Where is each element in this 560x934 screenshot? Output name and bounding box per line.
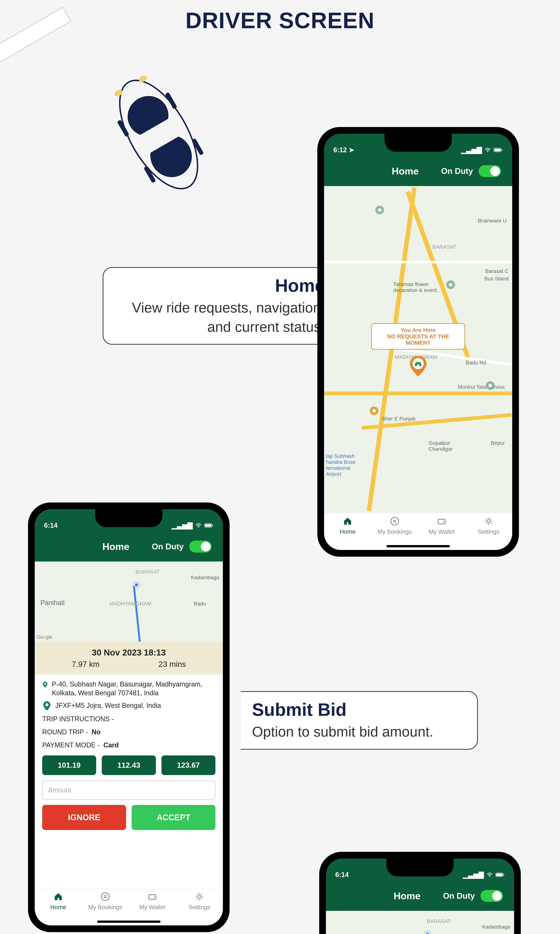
map-label: Bus Stand — [485, 276, 508, 282]
tab-label: Home — [340, 528, 355, 535]
pin-icon — [42, 680, 48, 689]
tab-wallet[interactable]: My Wallet — [418, 516, 465, 550]
tab-bookings[interactable]: My Bookings — [82, 891, 129, 925]
app-header: Home On Duty — [326, 881, 514, 911]
phone-notch — [386, 858, 454, 877]
svg-point-20 — [488, 151, 488, 152]
map-view[interactable]: Brainware U BARASAT Barasat C Bus Stand … — [324, 186, 512, 513]
tab-label: My Wallet — [139, 904, 165, 911]
round-trip-value: No — [92, 728, 101, 736]
payment-mode-label: PAYMENT MODE - — [42, 741, 100, 749]
svg-rect-42 — [205, 524, 211, 527]
pin-icon — [42, 701, 52, 711]
svg-rect-52 — [496, 874, 503, 876]
callout-home: Home View ride requests, navigation, and… — [103, 267, 336, 345]
bookings-icon — [389, 516, 400, 526]
map-view[interactable]: BARASAT Kadambaga Panihati MADHYAMGRAM B… — [326, 911, 514, 934]
callout-desc: View ride requests, navigation, and curr… — [115, 298, 325, 336]
wallet-icon — [437, 516, 447, 526]
map-label: BARASAT — [135, 569, 160, 575]
tab-label: My Wallet — [429, 528, 455, 535]
car-illustration — [93, 60, 225, 209]
route-line — [133, 586, 140, 642]
phone-home: 6:12 ➤ ▁▃▅▇ Home On Duty — [317, 127, 519, 557]
svg-rect-23 — [494, 149, 501, 151]
bid-chip[interactable]: 112.43 — [102, 755, 156, 775]
you-here-line2: NO REQUESTS AT THE MOMENT — [378, 333, 458, 346]
bookings-icon — [100, 891, 111, 902]
tab-bar: Home My Bookings My Wallet Settings — [35, 888, 223, 925]
duty-toggle[interactable] — [478, 165, 501, 177]
tab-wallet[interactable]: My Wallet — [129, 891, 176, 925]
svg-point-49 — [489, 876, 490, 877]
svg-point-47 — [154, 897, 155, 898]
trip-duration: 23 mins — [158, 660, 186, 669]
screen-title: Home — [102, 541, 129, 552]
svg-point-48 — [198, 895, 201, 898]
tab-settings[interactable]: Settings — [176, 891, 223, 925]
signal-icon: ▁▃▅▇ — [172, 521, 192, 529]
svg-point-29 — [489, 384, 492, 387]
status-time: 6:14 — [335, 871, 349, 879]
home-indicator[interactable] — [386, 545, 450, 547]
you-here-line1: You Are Here — [378, 327, 458, 333]
round-trip-label: ROUND TRIP - — [42, 728, 88, 736]
callout-desc: Option to submit bid amount. — [252, 722, 466, 741]
svg-point-38 — [487, 520, 490, 523]
settings-icon — [194, 891, 205, 902]
tab-label: Home — [50, 904, 66, 911]
duty-label: On Duty — [443, 891, 475, 900]
duty-toggle[interactable] — [480, 890, 503, 902]
status-time: 6:14 — [44, 521, 57, 529]
wifi-icon — [195, 521, 201, 529]
svg-point-35 — [391, 517, 398, 525]
map-label: Kadambaga — [482, 924, 510, 930]
svg-point-45 — [102, 893, 109, 900]
map-label: Panihati — [40, 599, 65, 607]
map-label: Sher E Punjab — [382, 416, 416, 422]
svg-rect-41 — [212, 525, 213, 526]
svg-rect-51 — [503, 874, 504, 875]
svg-point-44 — [45, 703, 49, 706]
tab-home[interactable]: Home — [35, 891, 82, 925]
svg-point-37 — [443, 521, 444, 522]
svg-rect-22 — [502, 149, 502, 151]
svg-point-34 — [420, 364, 421, 366]
app-header: Home On Duty — [35, 532, 223, 561]
dropoff-address: JFXF+M5 Jojra, West Bengal, India — [55, 701, 161, 710]
bid-chip[interactable]: 123.67 — [162, 755, 215, 775]
wifi-icon — [487, 871, 492, 879]
settings-icon — [483, 516, 494, 526]
map-label: Taramaa flower decaration & event... — [393, 281, 442, 293]
you-are-here-banner: You Are Here NO REQUESTS AT THE MOMENT — [371, 323, 465, 350]
map-label: Badu — [194, 601, 206, 607]
svg-point-43 — [44, 683, 46, 685]
battery-icon — [495, 871, 505, 879]
tab-settings[interactable]: Settings — [465, 516, 512, 550]
phone-notch — [385, 134, 452, 152]
payment-mode-value: Card — [103, 741, 119, 749]
google-logo: Google — [37, 634, 52, 640]
svg-point-33 — [415, 364, 417, 366]
tab-label: My Bookings — [88, 904, 122, 911]
map-view[interactable]: BARASAT Kadambaga Panihati MADHYAMGRAM B… — [35, 561, 223, 642]
svg-point-27 — [449, 283, 452, 287]
tab-bookings[interactable]: My Bookings — [371, 516, 418, 550]
phone-submit-bid: 6:14 ▁▃▅▇ Home On Duty BARASAT — [28, 502, 229, 932]
bid-suggestions: 101.19 112.43 123.67 — [42, 755, 215, 775]
map-label: Badu Rd — [466, 360, 486, 366]
accept-button[interactable]: ACCEPT — [132, 805, 215, 830]
bid-chip[interactable]: 101.19 — [42, 755, 96, 775]
trip-summary-header: 30 Nov 2023 18:13 7.97 km 23 mins — [35, 642, 223, 674]
screen-title: Home — [394, 890, 420, 902]
duty-label: On Duty — [152, 542, 184, 551]
duty-toggle[interactable] — [189, 541, 212, 553]
svg-point-25 — [378, 208, 382, 212]
map-label: BARASAT — [432, 244, 456, 250]
tab-home[interactable]: Home — [324, 516, 371, 550]
amount-input[interactable]: Amount — [42, 781, 215, 800]
home-indicator[interactable] — [97, 920, 160, 923]
ignore-button[interactable]: IGNORE — [42, 805, 126, 830]
map-label: Brainware U — [478, 218, 507, 224]
trip-datetime: 30 Nov 2023 18:13 — [42, 647, 215, 658]
